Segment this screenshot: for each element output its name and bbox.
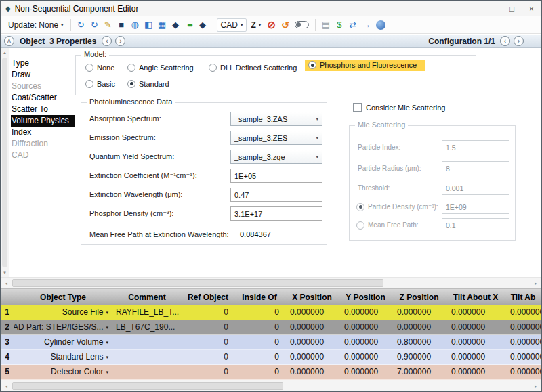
emission-spectrum-select[interactable]: _sample_3.ZES ▾ (230, 131, 322, 145)
y-position-cell[interactable]: 0.000000 (339, 365, 392, 379)
z-position-cell[interactable]: 0.000000 (392, 320, 446, 334)
tilt-about-x-cell[interactable]: 0.000000 (446, 320, 505, 334)
y-position-cell[interactable]: 0.000000 (339, 320, 392, 334)
auto-update-icon[interactable]: ↻ (88, 18, 101, 32)
cost-estimator-icon[interactable]: $ (333, 18, 346, 32)
refresh-icon[interactable]: ↻ (75, 18, 87, 32)
inside-of-cell[interactable]: 0 (234, 320, 285, 334)
x-position-cell[interactable]: 0.000000 (285, 350, 339, 364)
ref-object-cell[interactable]: 0 (182, 350, 234, 364)
tilt-about-y-cell[interactable]: 0.000000 (505, 350, 541, 364)
object-type-cell[interactable]: Cylinder Volume ▾ (14, 335, 112, 349)
column-header-ref-object[interactable]: Ref Object (182, 289, 234, 305)
quantum-yield-spectrum-select[interactable]: _sample_3.zqe ▾ (230, 150, 322, 164)
close-button[interactable]: × (522, 1, 541, 16)
properties-vertical-scrollbar[interactable]: ▴ ▾ (1, 48, 9, 277)
comment-cell[interactable] (112, 335, 182, 349)
document-icon[interactable]: ▤ (319, 18, 332, 32)
scroll-right-arrow[interactable]: ▸ (530, 380, 541, 392)
update-dropdown[interactable]: Update: None ▾ (5, 19, 67, 31)
cad-dropdown[interactable]: CAD ▾ (217, 18, 247, 32)
scroll-right-arrow[interactable]: ▸ (530, 278, 541, 289)
table-horizontal-scrollbar[interactable]: ◂ ▸ (1, 380, 541, 391)
consider-mie-checkbox[interactable]: Consider Mie Scattering (353, 103, 445, 112)
sidebar-item-type[interactable]: Type (11, 58, 75, 69)
radio-mean-free-path[interactable]: Mean Free Path: (356, 219, 418, 231)
tilt-about-x-cell[interactable]: 0.000000 (446, 350, 505, 364)
inside-of-cell[interactable]: 0 (234, 305, 285, 320)
shaded-model-icon[interactable]: ◍ (129, 18, 142, 32)
radio-dll-defined-scattering[interactable]: DLL Defined Scattering (209, 62, 297, 73)
inside-of-cell[interactable]: 0 (234, 350, 285, 364)
globe-icon[interactable] (376, 20, 385, 30)
next-object-button[interactable]: › (115, 36, 125, 46)
detector-viewer-icon[interactable]: ◆ (196, 18, 209, 32)
tilt-about-y-cell[interactable]: 0.000000 (505, 335, 541, 349)
radio-angle-scattering[interactable]: Angle Scattering (127, 62, 194, 73)
tilt-about-x-cell[interactable]: 0.000000 (446, 365, 505, 379)
sidebar-item-scatter-to[interactable]: Scatter To (11, 104, 75, 115)
collapse-properties-button[interactable]: ˄ (4, 36, 14, 46)
row-number[interactable]: 3 (1, 335, 14, 349)
column-header-tilt-about-x[interactable]: Tilt About X (446, 289, 505, 305)
ref-object-cell[interactable]: 0 (182, 365, 234, 379)
previous-object-button[interactable]: ‹ (102, 36, 112, 46)
column-header-y-position[interactable]: Y Position (339, 289, 392, 305)
absorption-spectrum-select[interactable]: _sample_3.ZAS ▾ (230, 112, 322, 126)
column-header-comment[interactable]: Comment (112, 289, 182, 305)
radio-phosphors-fluorescence[interactable]: Phosphors and Fluorescence (305, 60, 425, 71)
column-header-inside-of[interactable]: Inside Of (234, 289, 285, 305)
comment-cell[interactable]: RAYFILE_LB_T... (112, 305, 182, 320)
sidebar-item-index[interactable]: Index (11, 127, 75, 138)
phosphor-density-input[interactable]: 3.1E+17 (230, 206, 322, 221)
ref-object-cell[interactable]: 0 (182, 335, 234, 349)
z-dropdown[interactable]: Z ▾ (247, 19, 264, 31)
arrow-right-icon[interactable]: → (360, 18, 373, 32)
comment-cell[interactable] (112, 365, 182, 379)
solid-model-icon[interactable]: ■ (115, 18, 128, 32)
comment-cell[interactable] (112, 350, 182, 364)
edit-settings-icon[interactable]: ✎ (102, 18, 114, 32)
object-type-cell[interactable]: CAD Part: STEP/IGES/S... ▾ (14, 320, 112, 334)
y-position-cell[interactable]: 0.000000 (339, 350, 392, 364)
extinction-coefficient-input[interactable]: 1E+05 (230, 169, 322, 183)
tilt-about-x-cell[interactable]: 0.000000 (446, 335, 505, 349)
scrollbar-thumb[interactable] (2, 58, 7, 267)
y-position-cell[interactable]: 0.000000 (339, 305, 392, 320)
inside-of-cell[interactable]: 0 (234, 365, 285, 379)
scrollbar-thumb[interactable] (12, 279, 383, 287)
x-position-cell[interactable]: 0.000000 (285, 305, 339, 320)
extinction-wavelength-input[interactable]: 0.47 (230, 188, 322, 202)
tilt-about-y-cell[interactable]: 0.000000 (505, 305, 541, 320)
toggle-icon[interactable] (295, 21, 309, 28)
radio-none[interactable]: None (85, 62, 114, 73)
ref-object-cell[interactable]: 0 (182, 305, 234, 320)
maximize-button[interactable]: □ (502, 1, 522, 16)
minimize-button[interactable]: ─ (482, 1, 502, 16)
tilt-about-y-cell[interactable]: 0.000000 (505, 365, 541, 379)
x-position-cell[interactable]: 0.000000 (285, 320, 339, 334)
row-number[interactable]: 2 (1, 320, 14, 334)
x-position-cell[interactable]: 0.000000 (285, 365, 339, 379)
grid-view-icon[interactable]: ▦ (156, 18, 169, 32)
row-number[interactable]: 4 (1, 350, 14, 364)
tilt-about-x-cell[interactable]: 0.000000 (446, 305, 505, 320)
column-header-tilt-about-y[interactable]: Tilt Ab (505, 289, 541, 305)
inside-of-cell[interactable]: 0 (234, 335, 285, 349)
column-header-x-position[interactable]: X Position (285, 289, 339, 305)
scroll-left-arrow[interactable]: ◂ (1, 278, 12, 289)
object-type-cell[interactable]: Standard Lens ▾ (14, 350, 112, 364)
nsc-shaded-icon[interactable]: ◆ (169, 18, 182, 32)
column-header-object-type[interactable]: Object Type (14, 289, 112, 305)
comment-cell[interactable]: LB_T67C_190... (112, 320, 182, 334)
z-position-cell[interactable]: 0.900000 (392, 350, 446, 364)
scroll-up-arrow[interactable]: ▴ (1, 48, 9, 57)
next-config-button[interactable]: › (514, 36, 524, 46)
row-number[interactable]: 1 (1, 305, 14, 320)
ray-trace-icon[interactable]: ●● (183, 18, 196, 32)
scrollbar-thumb[interactable] (12, 382, 283, 390)
sidebar-item-volume-physics[interactable]: Volume Physics (11, 115, 75, 127)
reload-icon[interactable]: ↺ (278, 18, 291, 32)
ref-object-cell[interactable]: 0 (182, 320, 234, 334)
transfer-icon[interactable]: ⇄ (346, 18, 359, 32)
